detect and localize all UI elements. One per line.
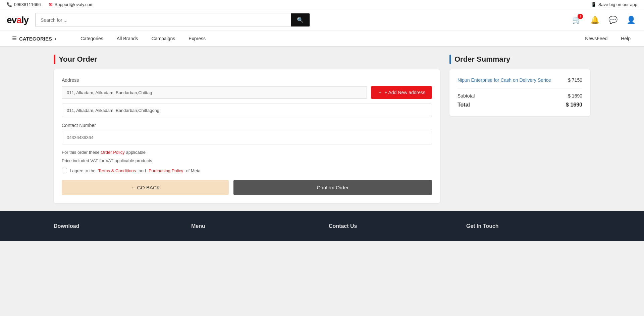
summary-card: Nipun Enterprise for Cash on Delivery Se…: [449, 69, 590, 116]
order-title: Your Order: [59, 55, 97, 64]
subtotal-label: Subtotal: [458, 93, 475, 99]
add-address-button[interactable]: ＋ + Add New address: [371, 86, 432, 99]
total-value: $ 1690: [566, 102, 582, 108]
terms-link[interactable]: Terms & Conditions: [98, 168, 136, 173]
product-price: $ 7150: [568, 77, 582, 83]
order-title-row: Your Order: [54, 55, 440, 64]
top-bar: 📞 09638111666 ✉ Support@evaly.com 📱 Save…: [0, 0, 644, 9]
email-icon: ✉: [49, 2, 53, 7]
phone-icon: 📞: [7, 2, 12, 7]
summary-section: Order Summary Nipun Enterprise for Cash …: [449, 55, 590, 116]
notification-button[interactable]: 🔔: [588, 14, 601, 26]
nav-help[interactable]: Help: [614, 31, 637, 46]
total-row: Total $ 1690: [458, 102, 582, 108]
plus-icon: ＋: [378, 89, 382, 96]
phone-item: 📞 09638111666: [7, 2, 41, 7]
order-section: Your Order Address ＋ + Add New address C…: [54, 55, 440, 203]
main-content: Your Order Address ＋ + Add New address C…: [0, 47, 644, 211]
nav-links: Categories All Brands Campaigns Express: [74, 31, 578, 46]
confirm-order-button[interactable]: Confirm Order: [233, 180, 432, 195]
contact-label: Contact Number: [62, 123, 432, 128]
nav-link-express[interactable]: Express: [182, 31, 212, 46]
account-button[interactable]: 👤: [625, 14, 637, 26]
search-bar: 🔍: [35, 13, 310, 27]
nav-link-all-brands[interactable]: All Brands: [110, 31, 145, 46]
summary-product-row: Nipun Enterprise for Cash on Delivery Se…: [458, 77, 582, 88]
footer-col-download: Download: [54, 223, 178, 233]
cart-button[interactable]: 🛒 1: [570, 14, 583, 26]
purchasing-policy-link[interactable]: Purchasing Policy: [149, 168, 183, 173]
search-input[interactable]: [36, 13, 291, 26]
nav-newsfeed[interactable]: NewsFeed: [578, 31, 614, 46]
address-text-field[interactable]: [62, 104, 432, 117]
categories-menu[interactable]: ☰ CATEGORIES ›: [7, 31, 74, 46]
footer-get-in-touch-title: Get In Touch: [466, 223, 590, 229]
footer-col-menu: Menu: [191, 223, 315, 233]
footer: Download Menu Contact Us Get In Touch: [0, 211, 644, 241]
order-card: Address ＋ + Add New address Contact Numb…: [54, 69, 440, 203]
nav-right: NewsFeed Help: [578, 31, 637, 46]
footer-download-title: Download: [54, 223, 178, 229]
agree-text-2: and: [139, 168, 146, 173]
terms-checkbox[interactable]: [62, 168, 67, 173]
cart-badge: 1: [578, 14, 583, 19]
title-bar-red: [54, 55, 55, 64]
email-item: ✉ Support@evaly.com: [49, 2, 94, 7]
search-button[interactable]: 🔍: [291, 13, 310, 26]
app-promo: 📱 Save big on our app: [591, 2, 637, 7]
footer-col-get-in-touch: Get In Touch: [466, 223, 590, 233]
nav-link-campaigns[interactable]: Campaigns: [145, 31, 182, 46]
add-address-label: + Add New address: [384, 90, 425, 95]
button-row: ← GO BACK Confirm Order: [62, 180, 432, 195]
policy-text: For this order these Order Policy applic…: [62, 150, 432, 155]
chevron-right-icon: ›: [55, 36, 56, 42]
phone-number: 09638111666: [14, 2, 41, 7]
support-email: Support@evaly.com: [55, 2, 94, 7]
subtotal-value: $ 1690: [568, 93, 582, 99]
header-icons: 🛒 1 🔔 💬 👤: [570, 14, 637, 26]
summary-title: Order Summary: [454, 55, 510, 64]
product-name[interactable]: Nipun Enterprise for Cash on Delivery Se…: [458, 77, 551, 83]
vat-text: Price included VAT for VAT applicable pr…: [62, 158, 432, 163]
nav: ☰ CATEGORIES › Categories All Brands Cam…: [0, 31, 644, 47]
address-label: Address: [62, 77, 432, 83]
footer-menu-title: Menu: [191, 223, 315, 229]
mobile-icon: 📱: [591, 2, 596, 7]
summary-title-row: Order Summary: [449, 55, 590, 64]
address-select[interactable]: [62, 86, 367, 99]
agree-text-3: of Meta: [186, 168, 200, 173]
title-bar-blue: [449, 55, 451, 64]
subtotal-row: Subtotal $ 1690: [458, 93, 582, 99]
footer-contact-title: Contact Us: [329, 223, 453, 229]
hamburger-icon: ☰: [12, 36, 16, 42]
terms-checkbox-row: I agree to the Terms & Conditions and Pu…: [62, 168, 432, 173]
contact-input[interactable]: [62, 131, 432, 144]
messages-button[interactable]: 💬: [606, 14, 619, 26]
go-back-label: ← GO BACK: [130, 185, 160, 190]
logo[interactable]: evaly: [7, 15, 29, 25]
confirm-label: Confirm Order: [317, 185, 348, 190]
app-promo-text: Save big on our app: [598, 2, 637, 7]
total-label: Total: [458, 102, 470, 108]
footer-grid: Download Menu Contact Us Get In Touch: [54, 223, 590, 233]
nav-link-categories[interactable]: Categories: [74, 31, 110, 46]
go-back-button[interactable]: ← GO BACK: [62, 180, 229, 195]
categories-label: CATEGORIES: [19, 36, 52, 42]
agree-text-1: I agree to the: [70, 168, 96, 173]
address-row: ＋ + Add New address: [62, 86, 432, 99]
header: evaly 🔍 🛒 1 🔔 💬 👤: [0, 9, 644, 31]
order-policy-link[interactable]: Order Policy: [101, 150, 125, 155]
footer-col-contact: Contact Us: [329, 223, 453, 233]
